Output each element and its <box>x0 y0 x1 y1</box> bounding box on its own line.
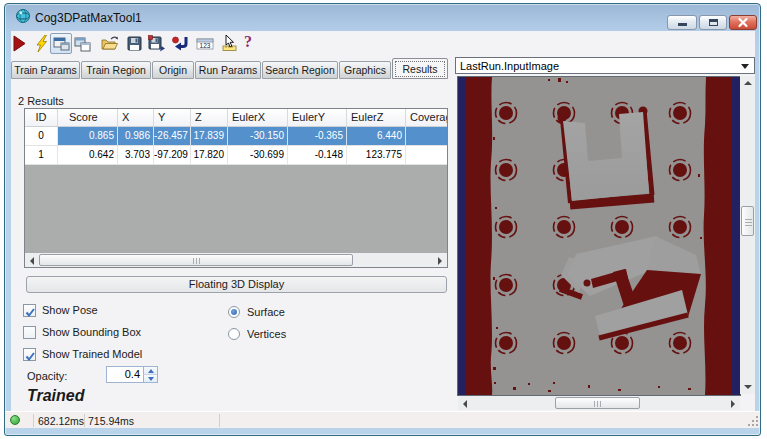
image-hscroll-thumb[interactable] <box>555 397 640 409</box>
resize-grip[interactable] <box>747 415 758 426</box>
tab-results[interactable]: Results <box>392 58 448 79</box>
chevron-down-icon <box>741 64 749 69</box>
table-hscrollbar[interactable] <box>25 253 447 267</box>
tab-graphics[interactable]: Graphics <box>339 61 391 79</box>
open-file-button[interactable] <box>101 35 119 53</box>
window-title: Cog3DPatMaxTool1 <box>35 11 142 25</box>
app-icon <box>15 8 31 24</box>
window-body: 123 ? Train Params Train Region Origin R… <box>11 31 755 411</box>
show-display-button[interactable] <box>50 33 72 54</box>
trained-status: Trained <box>27 387 85 405</box>
results-count: 2 Results <box>18 95 64 107</box>
tab-train-region[interactable]: Train Region <box>81 61 151 79</box>
scroll-down-icon[interactable] <box>744 385 752 389</box>
image-display[interactable] <box>457 76 741 396</box>
table-row-1[interactable]: 1 0.642 3.703 -97.209 17.820 -30.699 -0.… <box>25 146 447 165</box>
status-ok-icon <box>10 415 20 425</box>
minimize-button[interactable] <box>667 15 697 30</box>
scroll-right-icon[interactable] <box>731 400 735 408</box>
checkbox-box[interactable] <box>23 348 36 361</box>
status-time-1: 682.12ms <box>38 415 84 427</box>
svg-text:123: 123 <box>200 42 211 49</box>
tab-search-region[interactable]: Search Region <box>262 61 338 79</box>
floating-3d-display-button[interactable]: Floating 3D Display <box>26 276 447 293</box>
spin-down-button[interactable] <box>143 375 157 382</box>
show-display-icon <box>51 34 71 53</box>
save-as-button[interactable] <box>148 35 166 53</box>
opacity-spinner[interactable]: 0.4 <box>106 366 158 383</box>
toolbar: 123 ? <box>11 31 755 57</box>
lightning-button[interactable] <box>33 35 51 53</box>
radio-circle[interactable] <box>228 328 240 340</box>
scroll-left-icon[interactable] <box>30 257 34 265</box>
table-hscroll-thumb[interactable] <box>39 254 353 266</box>
pointer-ruler-button[interactable] <box>221 35 239 53</box>
spin-up-icon <box>148 369 154 373</box>
opacity-value[interactable]: 0.4 <box>125 368 140 380</box>
table-row-0[interactable]: 0 0.865 0.986 -26.457 17.839 -30.150 -0.… <box>25 127 447 146</box>
minimize-icon <box>678 23 687 26</box>
checkbox-box[interactable] <box>23 304 36 317</box>
opacity-label: Opacity: <box>27 370 67 382</box>
reset-button[interactable] <box>171 35 189 53</box>
image-vscroll-thumb[interactable] <box>741 206 754 236</box>
radio-circle[interactable] <box>228 306 240 318</box>
numeric-123-button[interactable]: 123 <box>196 35 214 53</box>
tab-train-params[interactable]: Train Params <box>11 61 80 79</box>
scroll-up-icon[interactable] <box>744 81 752 85</box>
image-selector-value: LastRun.InputImage <box>460 60 559 72</box>
table-header[interactable]: ID Score X Y Z EulerX EulerY EulerZ Cove… <box>25 109 447 127</box>
title-bar[interactable]: Cog3DPatMaxTool1 <box>5 4 760 32</box>
status-bar: 682.12ms 715.94ms <box>5 411 760 428</box>
close-button[interactable] <box>729 15 757 30</box>
maximize-button[interactable] <box>699 15 727 30</box>
help-button[interactable]: ? <box>244 33 262 51</box>
tab-origin[interactable]: Origin <box>152 61 194 79</box>
input-image <box>458 77 740 395</box>
image-selector-dropdown[interactable]: LastRun.InputImage <box>455 57 755 74</box>
image-vscrollbar[interactable] <box>740 76 755 394</box>
spin-down-icon <box>148 377 154 381</box>
close-icon <box>730 16 756 29</box>
scroll-right-icon[interactable] <box>438 257 442 265</box>
run-button[interactable] <box>11 35 29 53</box>
spin-up-button[interactable] <box>143 367 157 375</box>
save-button[interactable] <box>126 35 144 53</box>
status-time-2: 715.94ms <box>88 415 134 427</box>
tool-window: Cog3DPatMaxTool1 <box>4 3 761 436</box>
scroll-left-icon[interactable] <box>463 400 467 408</box>
checkbox-box[interactable] <box>23 326 36 339</box>
cascade-windows-button[interactable] <box>73 35 91 53</box>
image-hscrollbar[interactable] <box>458 396 740 410</box>
maximize-icon <box>709 19 718 26</box>
results-table: ID Score X Y Z EulerX EulerY EulerZ Cove… <box>24 108 448 268</box>
tab-run-params[interactable]: Run Params <box>195 61 261 79</box>
